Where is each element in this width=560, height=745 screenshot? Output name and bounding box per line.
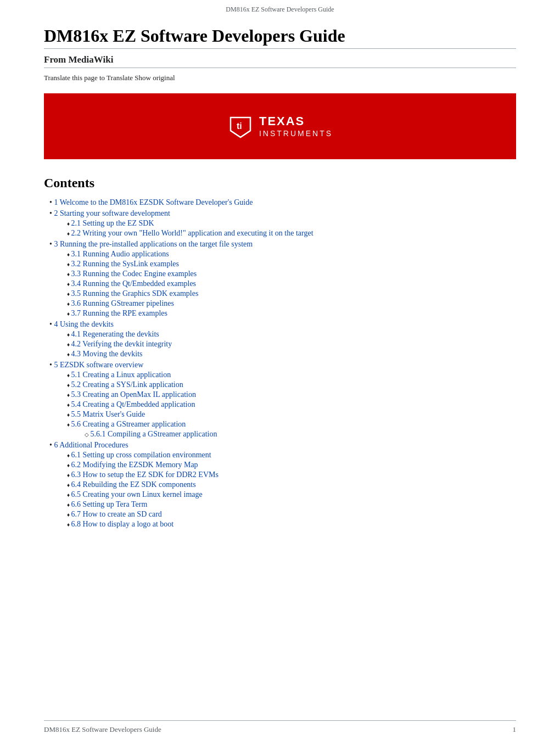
toc-sub-item: 3.2 Running the SysLink examples	[67, 260, 516, 268]
toc-link[interactable]: 1 Welcome to the DM816x EZSDK Software D…	[54, 198, 253, 206]
texas-text: TEXAS	[259, 114, 333, 128]
toc-sub-item: 3.1 Running Audio applications	[67, 250, 516, 259]
toc-sub-link[interactable]: 5.4 Creating a Qt/Embedded application	[71, 400, 195, 408]
toc-sub-link[interactable]: 5.3 Creating an OpenMax IL application	[71, 390, 196, 399]
toc-sub-item: 6.4 Rebuilding the EZ SDK components	[67, 480, 516, 489]
toc-link[interactable]: 4 Using the devkits	[54, 320, 114, 328]
toc-sub-list: 5.1 Creating a Linux application5.2 Crea…	[49, 371, 516, 439]
ti-logo: ti ti TEXAS INSTRUMENTS	[227, 113, 333, 139]
toc-item: 4 Using the devkits4.1 Regenerating the …	[49, 320, 516, 359]
toc-list: 1 Welcome to the DM816x EZSDK Software D…	[49, 198, 516, 529]
toc-link[interactable]: 2 Starting your software development	[54, 209, 170, 217]
toc-sub-list: 6.1 Setting up cross compilation environ…	[49, 451, 516, 529]
toc-sub-link[interactable]: 3.7 Running the RPE examples	[71, 309, 167, 317]
toc-sub-link[interactable]: 3.1 Running Audio applications	[71, 250, 169, 258]
toc-sub-link[interactable]: 6.5 Creating your own Linux kernel image	[71, 490, 203, 498]
toc-sub-item: 5.1 Creating a Linux application	[67, 371, 516, 379]
toc-sub-link[interactable]: 6.7 How to create an SD card	[71, 510, 162, 518]
toc-link[interactable]: 5 EZSDK software overview	[54, 361, 143, 369]
toc-sub-item: 4.1 Regenerating the devkits	[67, 330, 516, 339]
main-title: DM816x EZ Software Developers Guide	[44, 26, 516, 49]
bottom-footer: DM816x EZ Software Developers Guide 1	[44, 720, 516, 734]
toc-sub-link[interactable]: 5.1 Creating a Linux application	[71, 371, 171, 379]
toc-sub-item: 5.6 Creating a GStreamer application5.6.…	[67, 420, 516, 439]
top-header: DM816x EZ Software Developers Guide	[44, 0, 516, 16]
toc-sub-link[interactable]: 6.6 Setting up Tera Term	[71, 500, 148, 508]
toc-sub-link[interactable]: 4.3 Moving the devkits	[71, 350, 143, 358]
from-mediawiki: From MediaWiki	[44, 54, 516, 68]
toc-link[interactable]: 6 Additional Procedures	[54, 441, 128, 449]
toc-sub-item: 5.3 Creating an OpenMax IL application	[67, 390, 516, 399]
instruments-text: INSTRUMENTS	[259, 129, 333, 138]
top-header-text: DM816x EZ Software Developers Guide	[226, 5, 334, 13]
toc-sub-sub-item: 5.6.1 Compiling a GStreamer application	[85, 430, 516, 439]
toc-sub-link[interactable]: 2.2 Writing your own "Hello World!" appl…	[71, 229, 313, 237]
toc-sub-item: 6.7 How to create an SD card	[67, 510, 516, 519]
ti-text: TEXAS INSTRUMENTS	[259, 114, 333, 138]
toc-sub-item: 6.3 How to setup the EZ SDK for DDR2 EVM…	[67, 470, 516, 479]
svg-text:ti: ti	[237, 121, 242, 131]
toc-sub-item: 5.4 Creating a Qt/Embedded application	[67, 400, 516, 409]
toc-item: 3 Running the pre-installed applications…	[49, 240, 516, 318]
toc-item: 2 Starting your software development2.1 …	[49, 209, 516, 238]
toc-sub-item: 3.5 Running the Graphics SDK examples	[67, 289, 516, 298]
toc-sub-link[interactable]: 6.8 How to display a logo at boot	[71, 520, 174, 528]
table-of-contents: 1 Welcome to the DM816x EZSDK Software D…	[49, 198, 516, 529]
toc-sub-item: 3.7 Running the RPE examples	[67, 309, 516, 318]
toc-sub-link[interactable]: 5.6 Creating a GStreamer application	[71, 420, 186, 428]
toc-sub-link[interactable]: 3.3 Running the Codec Engine examples	[71, 270, 197, 278]
toc-sub-item: 6.6 Setting up Tera Term	[67, 500, 516, 509]
translate-text: Translate this page to Translate Show or…	[44, 74, 175, 82]
toc-sub-sub-list: 5.6.1 Compiling a GStreamer application	[67, 430, 516, 439]
toc-sub-item: 2.1 Setting up the EZ SDK	[67, 219, 516, 228]
toc-sub-item: 6.5 Creating your own Linux kernel image	[67, 490, 516, 499]
toc-sub-link[interactable]: 4.2 Verifying the devkit integrity	[71, 340, 172, 348]
toc-sub-item: 3.6 Running GStreamer pipelines	[67, 299, 516, 308]
toc-sub-item: 6.2 Modifying the EZSDK Memory Map	[67, 461, 516, 469]
toc-sub-item: 6.1 Setting up cross compilation environ…	[67, 451, 516, 460]
toc-sub-item: 3.4 Running the Qt/Embedded examples	[67, 279, 516, 288]
toc-sub-link[interactable]: 3.5 Running the Graphics SDK examples	[71, 289, 199, 298]
footer-left: DM816x EZ Software Developers Guide	[44, 725, 161, 734]
toc-sub-link[interactable]: 5.2 Creating a SYS/Link application	[71, 380, 183, 389]
toc-sub-link[interactable]: 2.1 Setting up the EZ SDK	[71, 219, 154, 227]
toc-sub-link[interactable]: 6.2 Modifying the EZSDK Memory Map	[71, 461, 198, 469]
toc-sub-item: 6.8 How to display a logo at boot	[67, 520, 516, 529]
toc-sub-link[interactable]: 6.3 How to setup the EZ SDK for DDR2 EVM…	[71, 470, 219, 479]
toc-sub-item: 5.5 Matrix User's Guide	[67, 410, 516, 419]
toc-sub-list: 4.1 Regenerating the devkits4.2 Verifyin…	[49, 330, 516, 359]
toc-sub-item: 3.3 Running the Codec Engine examples	[67, 270, 516, 278]
ti-logo-icon: ti ti	[227, 113, 254, 139]
footer-right: 1	[513, 725, 517, 734]
toc-sub-item: 4.2 Verifying the devkit integrity	[67, 340, 516, 349]
toc-sub-list: 2.1 Setting up the EZ SDK2.2 Writing you…	[49, 219, 516, 238]
toc-sub-link[interactable]: 4.1 Regenerating the devkits	[71, 330, 159, 338]
toc-sub-link[interactable]: 6.4 Rebuilding the EZ SDK components	[71, 480, 196, 489]
toc-sub-link[interactable]: 3.6 Running GStreamer pipelines	[71, 299, 174, 307]
toc-item: 1 Welcome to the DM816x EZSDK Software D…	[49, 198, 516, 207]
toc-sub-link[interactable]: 6.1 Setting up cross compilation environ…	[71, 451, 211, 459]
toc-sub-link[interactable]: 5.5 Matrix User's Guide	[71, 410, 145, 418]
toc-sub-link[interactable]: 3.2 Running the SysLink examples	[71, 260, 179, 268]
ti-banner: ti ti TEXAS INSTRUMENTS	[44, 93, 516, 159]
translate-bar: Translate this page to Translate Show or…	[44, 74, 516, 82]
toc-sub-item: 5.2 Creating a SYS/Link application	[67, 380, 516, 389]
toc-item: 6 Additional Procedures6.1 Setting up cr…	[49, 441, 516, 529]
toc-sub-link[interactable]: 3.4 Running the Qt/Embedded examples	[71, 279, 196, 288]
toc-item: 5 EZSDK software overview5.1 Creating a …	[49, 361, 516, 439]
toc-sub-item: 4.3 Moving the devkits	[67, 350, 516, 359]
toc-link[interactable]: 3 Running the pre-installed applications…	[54, 240, 253, 248]
contents-title: Contents	[44, 176, 516, 191]
toc-sub-sub-link[interactable]: 5.6.1 Compiling a GStreamer application	[91, 430, 217, 438]
toc-sub-list: 3.1 Running Audio applications3.2 Runnin…	[49, 250, 516, 318]
toc-sub-item: 2.2 Writing your own "Hello World!" appl…	[67, 229, 516, 238]
